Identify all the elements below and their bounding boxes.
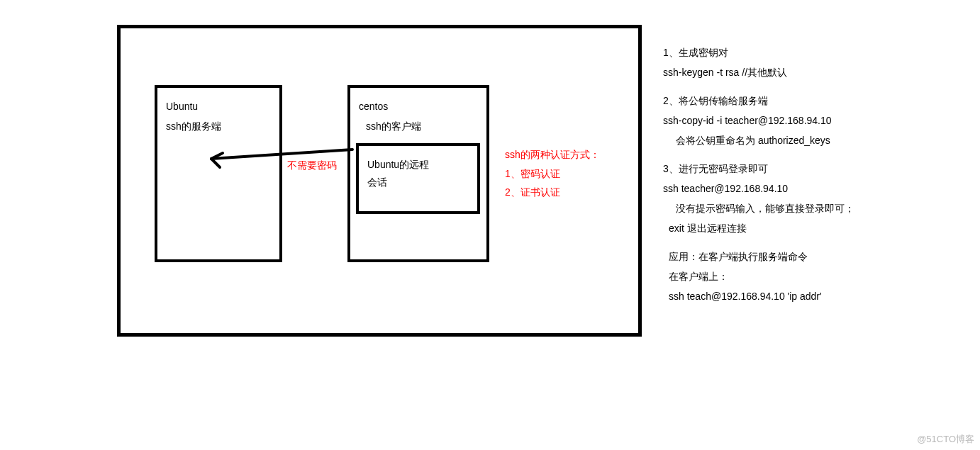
remote-session-box: Ubuntu的远程 会话 — [356, 143, 480, 214]
app-title: 应用：在客户端执行服务端命令 — [663, 247, 904, 266]
step2-cmd: ssh-copy-id -i teacher@192.168.94.10 — [663, 111, 904, 130]
auth-heading: ssh的两种认证方式： — [505, 145, 600, 164]
instructions-column: 1、生成密钥对 ssh-keygen -t rsa //其他默认 2、将公钥传输… — [663, 43, 904, 315]
watermark: @51CTO博客 — [917, 433, 974, 446]
step3-note: 没有提示密码输入，能够直接登录即可； — [663, 198, 904, 218]
auth-methods-block: ssh的两种认证方式： 1、密码认证 2、证书认证 — [505, 145, 600, 202]
centos-title: centos — [359, 96, 478, 116]
session-line1: Ubuntu的远程 — [367, 156, 469, 174]
app-cmd: ssh teach@192.168.94.10 'ip addr' — [663, 286, 904, 306]
step1-cmd: ssh-keygen -t rsa //其他默认 — [663, 62, 904, 82]
step3-exit: exit 退出远程连接 — [663, 218, 904, 238]
auth-item2: 2、证书认证 — [505, 183, 600, 202]
step3-title: 3、进行无密码登录即可 — [663, 159, 904, 179]
step3-cmd: ssh teacher@192.168.94.10 — [663, 179, 904, 198]
ubuntu-server-box: Ubuntu ssh的服务端 — [155, 85, 282, 262]
ubuntu-title: Ubuntu — [166, 96, 271, 116]
step2-title: 2、将公钥传输给服务端 — [663, 91, 904, 111]
session-line2: 会话 — [367, 174, 469, 191]
step2-note: 会将公钥重命名为 authorized_keys — [663, 130, 904, 150]
centos-role: ssh的客户端 — [359, 116, 478, 136]
no-password-label: 不需要密码 — [286, 159, 338, 172]
app-where: 在客户端上： — [663, 266, 904, 286]
auth-item1: 1、密码认证 — [505, 164, 600, 184]
step1-title: 1、生成密钥对 — [663, 43, 904, 62]
ubuntu-role: ssh的服务端 — [166, 116, 271, 136]
